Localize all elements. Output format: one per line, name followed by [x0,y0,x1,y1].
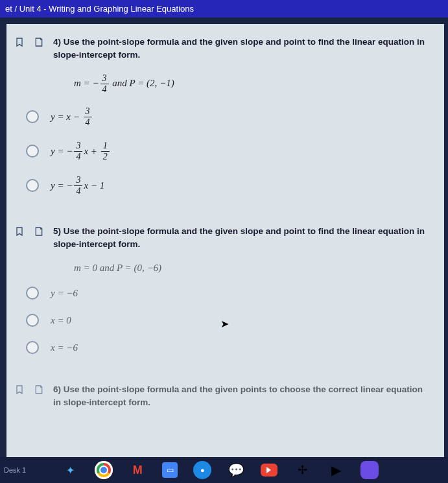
bookmark-icon[interactable] [14,384,25,395]
option-text: x = 0 [51,315,71,326]
radio-button[interactable] [26,179,39,192]
n: 3 [74,176,82,186]
t: y = − [51,180,73,191]
note-icon[interactable] [34,226,44,237]
question-number: 6) [53,384,61,394]
t: x − 1 [84,180,104,191]
radio-button[interactable] [26,145,39,158]
option-b[interactable]: y = −34x + 12 [26,141,431,161]
worksheet-content: 4) Use the point-slope formula and the g… [6,24,444,465]
prompt-text: Use the point-slope formula and the give… [53,384,423,407]
answer-options: y = x − 34 y = −34x + 12 y = −34x − 1 [26,107,431,196]
n: 1 [101,141,110,152]
radio-button[interactable] [26,341,39,354]
d: 4 [74,186,82,196]
question-4: 4) Use the point-slope formula and the g… [14,36,431,196]
frac-num: 3 [100,74,109,84]
radio-button[interactable] [26,287,39,300]
desktop-label[interactable]: Desk 1 [4,466,26,474]
gmail-icon[interactable]: M [128,461,147,479]
option-text: y = x − 34 [51,107,93,127]
given-values: m = −34 and P = (2, −1) [74,74,431,94]
question-number: 5) [53,226,61,236]
note-icon[interactable] [34,37,44,47]
pinwheel-icon[interactable]: ✢ [293,461,311,479]
question-number: 4) [53,37,61,47]
d: 4 [84,117,92,127]
option-c[interactable]: x = −6 [26,341,431,354]
d: 2 [101,152,110,161]
option-a[interactable]: y = x − 34 [26,107,431,127]
given-values: m = 0 and P = (0, −6) [74,263,431,274]
question-6: 6) Use the point-slope formula and the g… [14,383,431,410]
messenger-icon[interactable]: ● [193,461,211,479]
sparkle-icon[interactable]: ✦ [61,461,79,479]
question-prompt: 5) Use the point-slope formula and the g… [53,225,431,252]
radio-button[interactable] [26,314,39,327]
n: 3 [74,141,82,152]
option-text: x = −6 [51,342,78,353]
t: y = x − [51,112,80,123]
radio-button[interactable] [26,110,39,123]
cursor-icon: ➤ [220,318,229,330]
app-icon[interactable] [360,461,379,479]
n: 3 [84,107,92,117]
prompt-text: Use the point-slope formula and the give… [53,226,425,249]
chrome-icon[interactable] [95,461,113,479]
frac-den: 4 [100,84,109,94]
question-5: 5) Use the point-slope formula and the g… [14,225,431,355]
question-prompt: 6) Use the point-slope formula and the g… [53,383,431,410]
option-text: y = −6 [51,288,78,299]
docs-icon[interactable]: ▭ [162,462,178,478]
prompt-text: Use the point-slope formula and the give… [53,37,425,60]
taskbar: Desk 1 ✦ M ▭ ● 💬 ✢ ▶ [0,457,448,483]
given-mid: and P = (2, −1) [110,77,174,88]
bookmark-icon[interactable] [14,226,25,237]
t: y = − [51,146,73,157]
page-header: et / Unit 4 - Writing and Graphing Linea… [0,0,448,18]
chat-icon[interactable]: 💬 [227,461,245,479]
question-prompt: 4) Use the point-slope formula and the g… [53,36,431,62]
option-c[interactable]: y = −34x − 1 [26,176,431,196]
option-text: y = −34x − 1 [51,176,104,196]
bookmark-icon[interactable] [14,37,25,47]
youtube-icon[interactable] [261,464,277,477]
option-text: y = −34x + 12 [51,141,111,161]
play-icon[interactable]: ▶ [327,461,345,479]
given-pre: m = − [74,77,99,88]
option-a[interactable]: y = −6 [26,287,431,300]
d: 4 [74,152,82,161]
note-icon[interactable] [34,384,44,395]
t: x + [84,146,97,157]
